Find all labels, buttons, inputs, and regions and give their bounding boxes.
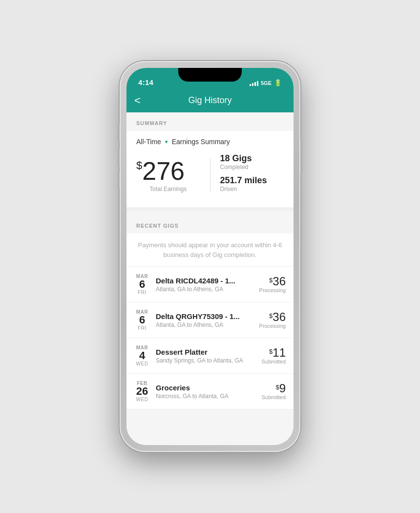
- gig-item[interactable]: MAR 6 FRI Delta QRGHY75309 - 1... Atlant…: [126, 302, 294, 338]
- gig-price-num-2: 36: [273, 311, 286, 323]
- notch: [178, 68, 242, 82]
- gig-price-3: $ 11: [261, 347, 286, 359]
- filter-label[interactable]: All-Time: [136, 138, 161, 146]
- gig-dollar-3: $: [269, 348, 273, 355]
- gig-status-4: Submitted: [261, 394, 286, 400]
- phone-frame: 4:14 5GE 🔋 < Gig History SUMMARY: [120, 61, 300, 452]
- page-title: Gig History: [188, 95, 231, 106]
- gig-name-2: Delta QRGHY75309 - 1...: [156, 312, 253, 321]
- gig-price-num-4: 9: [279, 383, 286, 394]
- gig-status-3: Submitted: [261, 359, 286, 364]
- gig-dollar-2: $: [269, 312, 273, 320]
- battery-icon: 🔋: [274, 79, 282, 86]
- earnings-summary-label: Earnings Summary: [172, 138, 230, 146]
- gig-route-1: Atlanta, GA to Athens, GA: [156, 286, 253, 293]
- earnings-number: 276: [142, 158, 185, 184]
- gig-name-1: Delta RICDL42489 - 1...: [156, 277, 253, 285]
- gig-dollar-1: $: [269, 277, 273, 284]
- gig-amount-4: $ 9 Submitted: [261, 383, 286, 400]
- gig-dow-2: FRI: [134, 325, 150, 331]
- gig-price-4: $ 9: [261, 383, 286, 394]
- gig-info-2: Delta QRGHY75309 - 1... Atlanta, GA to A…: [156, 312, 253, 328]
- back-button[interactable]: <: [134, 94, 141, 107]
- gig-price-1: $ 36: [259, 276, 286, 287]
- gig-info-3: Dessert Platter Sandy Springs, GA to Atl…: [156, 348, 255, 364]
- phone-screen: 4:14 5GE 🔋 < Gig History SUMMARY: [126, 68, 294, 445]
- earnings-block: $ 276 Total Earnings: [136, 158, 210, 192]
- status-bar: 4:14 5GE 🔋: [126, 68, 294, 89]
- miles-driven-stat: 251.7 miles Driven: [220, 175, 284, 192]
- gig-date-4: FEB 26 WED: [134, 381, 150, 402]
- gig-date-2: MAR 6 FRI: [134, 309, 150, 331]
- gig-dow-1: FRI: [134, 290, 150, 295]
- gig-status-1: Processing: [259, 287, 286, 293]
- gigs-sublabel: Completed: [220, 164, 284, 171]
- gig-amount-3: $ 11 Submitted: [261, 347, 286, 364]
- gig-day-4: 26: [134, 386, 150, 397]
- gig-price-num-3: 11: [273, 347, 286, 359]
- earnings-label: Total Earnings: [136, 186, 200, 192]
- gig-status-2: Processing: [259, 323, 286, 329]
- dollar-symbol: $: [136, 160, 142, 171]
- summary-card: All-Time ▼ Earnings Summary $ 276 Total …: [126, 131, 294, 207]
- signal-bars-icon: [250, 80, 258, 86]
- nav-header: < Gig History: [126, 89, 294, 112]
- filter-row: All-Time ▼ Earnings Summary: [136, 138, 284, 146]
- gigs-block: 18 Gigs Completed 251.7 miles Driven: [210, 153, 284, 197]
- gig-day-2: 6: [134, 315, 150, 325]
- gigs-completed-stat: 18 Gigs Completed: [220, 153, 284, 171]
- gig-day-3: 4: [134, 350, 150, 361]
- miles-sublabel: Driven: [220, 186, 284, 192]
- gigs-count: 18 Gigs: [220, 153, 284, 164]
- gig-date-1: MAR 6 FRI: [134, 274, 150, 295]
- network-type: 5GE: [261, 80, 272, 86]
- total-earnings-display: $ 276: [136, 158, 200, 184]
- gig-day-1: 6: [134, 279, 150, 290]
- gig-dow-3: WED: [134, 361, 150, 366]
- gig-info-4: Groceries Norcross, GA to Atlanta, GA: [156, 384, 255, 400]
- gig-amount-2: $ 36 Processing: [259, 311, 286, 329]
- recent-gigs-section: RECENT GIGS Payments should appear in yo…: [126, 211, 294, 409]
- chevron-down-icon: ▼: [164, 139, 169, 145]
- gig-price-num-1: 36: [273, 276, 286, 287]
- gig-route-4: Norcross, GA to Atlanta, GA: [156, 393, 255, 400]
- gig-date-3: MAR 4 WED: [134, 345, 150, 366]
- payment-notice: Payments should appear in your account w…: [126, 234, 294, 267]
- gig-item[interactable]: FEB 26 WED Groceries Norcross, GA to Atl…: [126, 374, 294, 409]
- gig-route-2: Atlanta, GA to Athens, GA: [156, 321, 253, 328]
- gig-dow-4: WED: [134, 397, 150, 402]
- status-time: 4:14: [138, 78, 153, 86]
- summary-section-label: SUMMARY: [126, 112, 294, 131]
- recent-gigs-label: RECENT GIGS: [126, 215, 294, 234]
- status-icons: 5GE 🔋: [250, 79, 282, 86]
- miles-count: 251.7 miles: [220, 175, 284, 186]
- gig-name-3: Dessert Platter: [156, 348, 255, 356]
- content-area: SUMMARY All-Time ▼ Earnings Summary $ 27…: [126, 112, 294, 442]
- gig-info-1: Delta RICDL42489 - 1... Atlanta, GA to A…: [156, 277, 253, 293]
- gig-amount-1: $ 36 Processing: [259, 276, 286, 293]
- section-divider: [126, 207, 294, 211]
- gig-item[interactable]: MAR 6 FRI Delta RICDL42489 - 1... Atlant…: [126, 267, 294, 302]
- gig-name-4: Groceries: [156, 384, 255, 392]
- gig-route-3: Sandy Springs, GA to Atlanta, GA: [156, 357, 255, 364]
- gig-item[interactable]: MAR 4 WED Dessert Platter Sandy Springs,…: [126, 338, 294, 374]
- stats-row: $ 276 Total Earnings 18 Gigs Completed 2…: [136, 153, 284, 197]
- gig-price-2: $ 36: [259, 311, 286, 323]
- gig-dollar-4: $: [275, 384, 279, 391]
